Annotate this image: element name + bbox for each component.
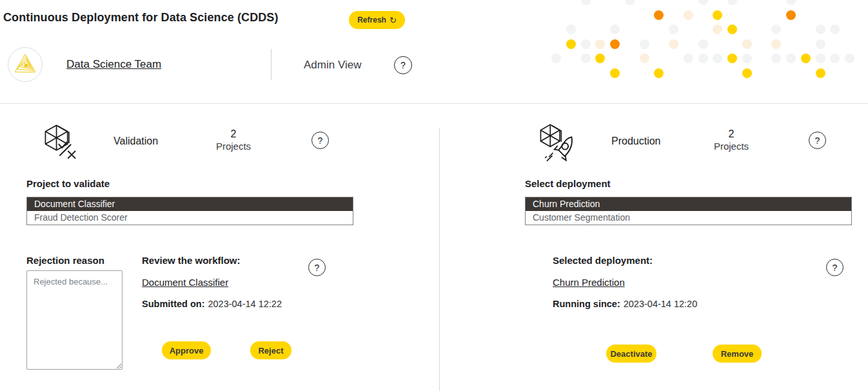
decorative-dot [610,39,620,49]
decorative-dot [654,68,664,78]
validation-project-count: 2 Projects [211,128,256,152]
production-rocket-icon [537,123,578,167]
deployment-link[interactable]: Churn Prediction [553,277,625,288]
decorative-dot [640,39,649,49]
select-deployment-label: Select deployment [525,178,611,189]
decorative-dot [816,68,825,78]
submitted-on-line: Submitted on:2023-04-14 12:22 [142,299,282,309]
decorative-dot [816,25,825,34]
deployment-listbox[interactable]: Churn PredictionCustomer Segmentation [525,197,852,225]
decorative-dot [581,39,591,49]
selected-deployment-label: Selected deployment: [553,255,653,266]
decorative-dot [771,54,781,63]
refresh-button-label: Refresh [357,15,386,25]
approve-button[interactable]: Approve [162,341,211,359]
app-logo[interactable] [8,47,43,82]
decorative-dot [551,54,561,63]
decorative-dot [713,10,722,20]
reject-button[interactable]: Reject [250,341,291,359]
listbox-option[interactable]: Fraud Detection Scorer [27,211,353,225]
refresh-icon: ↻ [390,15,397,25]
submitted-on-label: Submitted on: [142,299,204,309]
decorative-dot [698,39,708,49]
decorative-dot [581,0,591,5]
decorative-dot [713,54,722,63]
decorative-dot [830,25,840,34]
production-count-number: 2 [709,128,754,140]
decorative-dot [727,0,737,5]
decorative-dot [595,39,605,49]
listbox-option[interactable]: Customer Segmentation [526,211,851,225]
triangle-logo-icon [13,52,37,77]
help-icon-production-selected[interactable]: ? [826,259,843,276]
listbox-option[interactable]: Document Classifier [27,197,353,211]
decorative-dot [640,54,649,63]
decorative-dot [786,54,796,63]
project-listbox[interactable]: Document ClassifierFraud Detection Score… [26,197,353,225]
submitted-on-value: 2023-04-14 12:22 [208,299,282,309]
decorative-dot [816,39,825,49]
decorative-dot [786,10,796,20]
decorative-dot [684,54,693,63]
rejection-reason-textarea[interactable] [26,270,123,370]
decorative-dot [566,25,576,34]
decorative-dot [727,54,737,63]
decorative-dot [830,54,840,63]
help-icon-header[interactable]: ? [394,56,412,74]
decorative-dot [801,54,811,63]
decorative-dot [816,54,825,63]
decorative-dot [845,54,854,63]
page-title: Continuous Deployment for Data Science (… [3,11,279,25]
help-icon-validation[interactable]: ? [311,132,329,149]
listbox-option[interactable]: Churn Prediction [526,197,851,211]
decorative-dot [669,39,678,49]
decorative-dot [684,10,693,20]
decorative-dot [654,10,664,20]
remove-button[interactable]: Remove [713,345,762,363]
deactivate-button[interactable]: Deactivate [606,345,656,363]
validation-panel-title: Validation [113,135,158,147]
decorative-dots-pattern [551,0,868,84]
decorative-dot [771,39,781,49]
decorative-dot [771,25,781,34]
decorative-dot [610,68,620,78]
panel-divider [439,128,440,391]
refresh-button[interactable]: Refresh ↻ [349,11,405,29]
decorative-dot [742,54,752,63]
running-since-line: Running since:2023-04-14 12:20 [553,299,697,309]
project-to-validate-label: Project to validate [26,178,110,189]
help-icon-production[interactable]: ? [809,132,826,149]
decorative-dot [742,39,752,49]
running-since-label: Running since: [553,299,620,309]
decorative-dot [786,0,796,5]
decorative-dot [698,0,708,5]
decorative-dot [727,25,737,34]
decorative-dot [698,54,708,63]
admin-view-label: Admin View [304,59,361,72]
validation-count-label: Projects [211,140,256,152]
decorative-dot [742,68,752,78]
decorative-dot [625,0,635,5]
validation-count-number: 2 [211,128,256,140]
production-count-label: Projects [709,140,754,152]
workflow-link[interactable]: Document Classifier [142,277,228,288]
decorative-dot [595,54,605,63]
decorative-dot [669,25,678,34]
decorative-dot [581,54,591,63]
app-window: Continuous Deployment for Data Science (… [0,0,868,391]
validation-cube-icon [41,123,80,165]
production-project-count: 2 Projects [709,128,754,152]
running-since-value: 2023-04-14 12:20 [624,299,698,309]
review-workflow-label: Review the workflow: [142,255,241,266]
help-icon-validation-review[interactable]: ? [308,259,326,276]
decorative-dot [713,25,722,34]
header-divider [271,49,271,80]
production-panel-title: Production [611,135,661,147]
team-link[interactable]: Data Science Team [66,58,161,71]
decorative-dot [566,39,576,49]
decorative-dot [610,25,620,34]
header-rule [0,103,868,104]
rejection-reason-label: Rejection reason [26,255,104,266]
